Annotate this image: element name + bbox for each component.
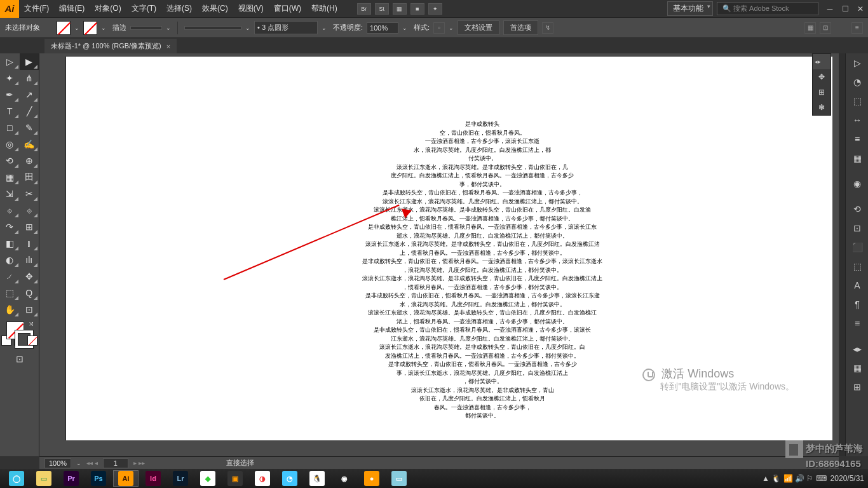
- brush-input[interactable]: [184, 26, 241, 30]
- menu-item[interactable]: 选择(S): [161, 3, 197, 14]
- taskbar-app[interactable]: ◆: [195, 470, 220, 487]
- zoom-input[interactable]: 100%: [44, 458, 71, 468]
- lib-panel-icon[interactable]: ✥: [813, 69, 831, 85]
- taskbar-app[interactable]: ◉: [332, 470, 357, 487]
- tool-button[interactable]: ⬚: [0, 285, 20, 301]
- dock-panel-icon[interactable]: ≡: [846, 130, 868, 149]
- doc-setup-button[interactable]: 文档设置: [458, 20, 499, 35]
- tool-button[interactable]: ✋: [0, 301, 20, 318]
- tool-button[interactable]: ⋔: [20, 70, 39, 86]
- libraries-mini-panel[interactable]: ◂▸✥⊞❃: [812, 53, 831, 116]
- artboard[interactable]: 是非成败转头空，青山依旧在，惯看秋月春风。一壶浊酒喜相逢，古今多少事，滚滚长江东…: [66, 57, 832, 440]
- screen-mode-button[interactable]: ⊡: [0, 351, 39, 367]
- stroke-weight-input[interactable]: [130, 26, 162, 30]
- dock-panel-icon[interactable]: ▷: [846, 53, 868, 72]
- close-button[interactable]: ✕: [853, 4, 868, 13]
- tool-button[interactable]: ◎: [0, 136, 20, 152]
- menu-item[interactable]: 窗口(W): [269, 3, 306, 14]
- workspace-switcher[interactable]: 基本功能: [667, 1, 713, 16]
- artboard-nav-next[interactable]: ▸ ▸▸: [133, 459, 145, 466]
- tool-button[interactable]: ✒: [0, 86, 20, 103]
- tool-button[interactable]: 田: [20, 169, 39, 186]
- tool-button[interactable]: ▦: [0, 169, 20, 186]
- dock-panel-icon[interactable]: ⊞: [846, 377, 868, 396]
- dock-panel-icon[interactable]: ◂▸: [846, 339, 868, 358]
- taskbar-app[interactable]: ▭: [386, 470, 412, 487]
- swap-icon[interactable]: ⤭: [29, 320, 34, 327]
- preferences-button[interactable]: 首选项: [503, 20, 538, 35]
- prefs-icon[interactable]: ↯: [542, 22, 553, 34]
- tool-button[interactable]: ✎: [20, 119, 39, 136]
- taskbar-app[interactable]: Lr: [168, 470, 193, 487]
- style-swatch[interactable]: ▫: [433, 22, 445, 34]
- panel-menu-icon[interactable]: ≡: [851, 22, 863, 34]
- tool-button[interactable]: ⟲: [0, 152, 20, 169]
- lib-panel-icon[interactable]: ◂▸: [813, 54, 831, 69]
- dock-panel-icon[interactable]: ≡: [846, 314, 868, 333]
- fill-stroke-control[interactable]: ⤭: [0, 318, 39, 352]
- tool-button[interactable]: ✥: [20, 268, 39, 285]
- taskbar-app[interactable]: Id: [140, 470, 166, 487]
- menu-item[interactable]: 效果(C): [197, 3, 233, 14]
- system-tray[interactable]: ▲ 🐧 📶 🔊 ⚐ ⌨ 2020/5/31: [762, 474, 864, 483]
- menu-item[interactable]: 对象(O): [90, 3, 126, 14]
- tool-button[interactable]: ◐: [0, 252, 20, 268]
- dock-panel-icon[interactable]: ↔: [846, 111, 868, 130]
- taskbar-app[interactable]: ◯: [4, 470, 29, 487]
- tool-button[interactable]: ▶: [20, 53, 39, 70]
- taskbar-app[interactable]: ◔: [277, 470, 302, 487]
- dock-panel-icon[interactable]: ⬚: [846, 92, 868, 111]
- taskbar-app[interactable]: Ai: [113, 470, 139, 487]
- menu-item[interactable]: 编辑(E): [54, 3, 90, 14]
- dock-panel-icon[interactable]: ⬚: [846, 257, 868, 276]
- tool-button[interactable]: ⟐: [0, 202, 20, 219]
- menu-item[interactable]: 文字(T): [126, 3, 161, 14]
- bridge-link-icon[interactable]: ■: [410, 3, 424, 15]
- dock-panel-icon[interactable]: ▦: [846, 149, 868, 168]
- tool-button[interactable]: ✍: [20, 136, 39, 152]
- taskbar-app[interactable]: Pr: [58, 470, 84, 487]
- bridge-link-icon[interactable]: Br: [357, 3, 371, 15]
- taskbar-app[interactable]: ●: [359, 470, 384, 487]
- dock-panel-icon[interactable]: A: [846, 276, 868, 295]
- dock-panel-icon[interactable]: ◉: [846, 174, 868, 193]
- tool-button[interactable]: ⫿: [20, 235, 39, 252]
- tool-button[interactable]: ✂: [20, 186, 39, 202]
- dock-panel-icon[interactable]: ▦: [846, 358, 868, 377]
- opacity-input[interactable]: 100%: [367, 22, 398, 34]
- tool-button[interactable]: ╱: [20, 103, 39, 119]
- tool-button[interactable]: ⊡: [20, 301, 39, 318]
- menu-item[interactable]: 文件(F): [19, 3, 54, 14]
- fill-swatch[interactable]: [57, 21, 71, 35]
- tool-button[interactable]: ⟋: [0, 268, 20, 285]
- bridge-link-icon[interactable]: St: [375, 3, 389, 15]
- menu-item[interactable]: 帮助(H): [306, 3, 342, 14]
- tool-button[interactable]: ↷: [0, 219, 20, 235]
- minimize-button[interactable]: ─: [822, 4, 837, 13]
- bridge-link-icon[interactable]: ✦: [428, 3, 442, 15]
- profile-input[interactable]: • 3 点圆形: [254, 21, 318, 34]
- taskbar-app[interactable]: ◑: [250, 470, 275, 487]
- taskbar-app[interactable]: ▭: [31, 470, 57, 487]
- dock-panel-icon[interactable]: ◔: [846, 72, 868, 92]
- tool-button[interactable]: ılı: [20, 252, 39, 268]
- dock-panel-icon[interactable]: ⊡: [846, 219, 868, 238]
- tool-button[interactable]: ▷: [0, 53, 20, 70]
- align-icon[interactable]: ▦: [804, 22, 816, 34]
- lib-panel-icon[interactable]: ❃: [813, 100, 831, 115]
- tool-button[interactable]: ◧: [0, 235, 20, 252]
- tool-button[interactable]: ✦: [0, 70, 20, 86]
- tool-button[interactable]: ⟐: [20, 202, 39, 219]
- dock-panel-icon[interactable]: ⟲: [846, 200, 868, 219]
- tool-button[interactable]: Q: [20, 285, 39, 301]
- tool-button[interactable]: □: [0, 119, 20, 136]
- transform-icon[interactable]: ⊡: [820, 22, 831, 34]
- artboard-number[interactable]: 1: [103, 458, 128, 468]
- tool-button[interactable]: ↗: [20, 86, 39, 103]
- dock-panel-icon[interactable]: ⬛: [846, 238, 868, 257]
- maximize-button[interactable]: ☐: [837, 4, 853, 13]
- search-input[interactable]: 🔍 搜索 Adobe Stock: [717, 2, 818, 15]
- document-tab[interactable]: 未标题-1* @ 100% (RGB/像素预览) ×: [44, 39, 177, 53]
- stroke-swatch[interactable]: [83, 21, 97, 35]
- menu-item[interactable]: 视图(V): [233, 3, 269, 14]
